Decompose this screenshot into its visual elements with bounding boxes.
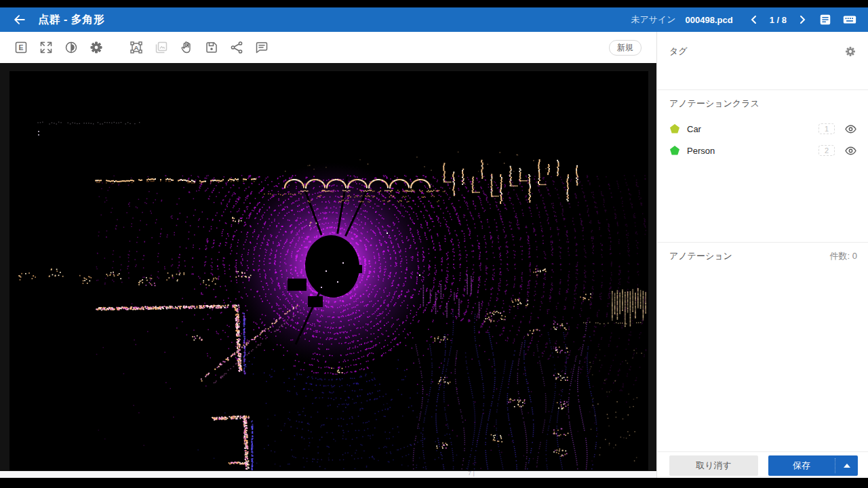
sidebar-divider — [657, 451, 868, 452]
save-split-button[interactable]: 保存 — [768, 455, 858, 476]
caret-up-icon — [844, 464, 850, 468]
class-label-person: Person — [687, 146, 715, 156]
class-hotkey-badge-person: 2 — [818, 145, 835, 156]
frame-pager: 1 / 8 — [770, 15, 787, 25]
class-label-car: Car — [687, 124, 701, 134]
save-dropdown-toggle[interactable] — [835, 455, 858, 476]
car-class-pentagon-icon — [669, 123, 680, 134]
new-status-badge[interactable]: 新規 — [609, 40, 642, 56]
class-row-person[interactable]: Person 2 — [669, 140, 857, 161]
tags-section-title: タグ — [669, 45, 688, 58]
label-glyph: A — [134, 44, 139, 52]
class-row-car[interactable]: Car 1 — [669, 118, 857, 140]
back-arrow-icon — [13, 13, 26, 26]
settings-gear-button[interactable] — [87, 39, 105, 56]
car-visibility-eye-icon[interactable] — [844, 122, 857, 136]
assignment-status: 未アサイン — [631, 14, 675, 26]
top-letterbox-bar — [0, 0, 868, 7]
save-frame-button[interactable] — [203, 39, 220, 56]
footer-fragment: 7 | — [468, 471, 475, 476]
sidebar-divider — [657, 89, 868, 90]
back-button[interactable] — [11, 11, 28, 28]
class-hotkey-badge-car: 1 — [818, 123, 835, 134]
annotations-section-title: アノテーション — [669, 250, 732, 262]
fullscreen-expand-button[interactable] — [37, 39, 55, 56]
comment-button[interactable] — [253, 39, 271, 56]
sidebar: タグ アノテーションクラス Car 1 Person 2 — [656, 32, 868, 478]
edit-mode-button[interactable]: E — [12, 39, 30, 56]
pointcloud-canvas[interactable] — [9, 71, 648, 470]
annotation-classes-title: アノテーションクラス — [669, 98, 760, 110]
header-bar: 点群 - 多角形 未アサイン 000498.pcd 1 / 8 — [0, 7, 868, 32]
annotations-count: 件数: 0 — [830, 250, 857, 262]
prev-frame-button[interactable] — [748, 14, 760, 26]
person-visibility-eye-icon[interactable] — [844, 144, 857, 157]
share-button[interactable] — [228, 39, 245, 56]
image-layers-button — [153, 39, 170, 56]
save-button-label[interactable]: 保存 — [768, 455, 835, 476]
page-title: 点群 - 多角形 — [38, 13, 104, 27]
toolbar: E A 新規 — [0, 32, 656, 63]
label-tool-button[interactable]: A — [127, 39, 145, 56]
pan-hand-button[interactable] — [178, 39, 195, 56]
next-frame-button[interactable] — [796, 14, 808, 26]
brightness-contrast-button[interactable] — [62, 39, 80, 56]
file-name: 000498.pcd — [686, 15, 733, 25]
keyboard-shortcuts-icon[interactable] — [842, 12, 857, 27]
person-class-pentagon-icon — [669, 145, 680, 156]
task-list-icon[interactable] — [818, 12, 833, 27]
pointcloud-viewer — [0, 63, 656, 471]
annotation-app: 点群 - 多角形 未アサイン 000498.pcd 1 / 8 E — [0, 0, 868, 488]
bottom-letterbox-bar — [0, 478, 868, 488]
edit-glyph: E — [18, 43, 23, 52]
bottom-strip: 7 | — [0, 471, 656, 478]
sidebar-divider — [657, 242, 868, 243]
undo-button[interactable]: 取り消す — [669, 455, 758, 476]
tags-settings-gear-icon[interactable] — [844, 45, 857, 58]
